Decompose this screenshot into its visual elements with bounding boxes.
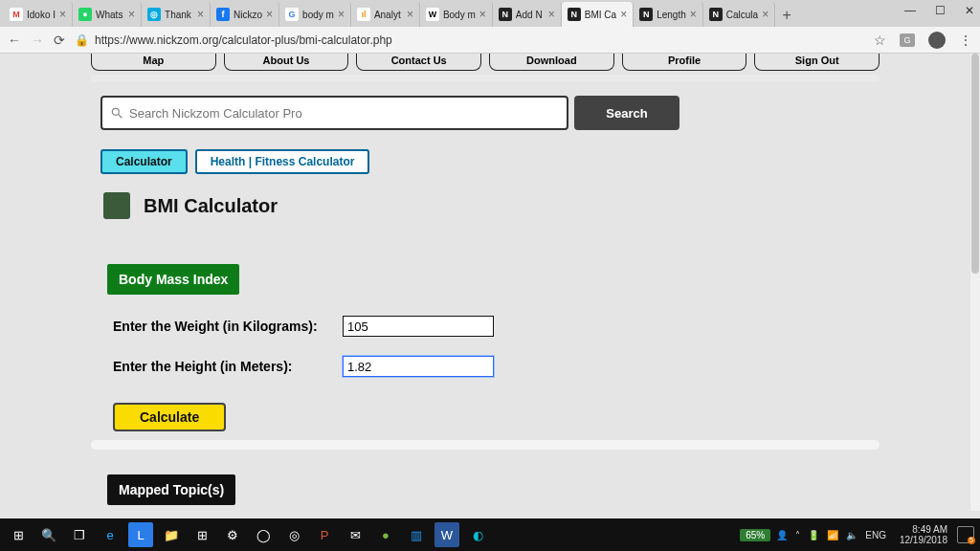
height-input[interactable] [343,356,494,377]
battery-indicator[interactable]: 65% [740,529,770,541]
extension-icon[interactable]: G [900,33,915,47]
browser-menu-button[interactable]: ⋮ [959,33,972,48]
divider-bar [91,75,880,82]
lock-icon: 🔒 [75,33,89,47]
profile-avatar[interactable] [928,32,946,49]
calculate-button[interactable]: Calculate [113,403,226,431]
browser-tab[interactable]: Gbody m× [279,2,351,27]
system-tray[interactable]: 👤 ˄ 🔋 📶 🔈 ENG [776,530,886,540]
bookmark-star-icon[interactable]: ☆ [874,33,886,48]
notification-badge: 5 [968,537,975,544]
tab-close-icon[interactable]: × [128,8,135,21]
tab-close-icon[interactable]: × [59,8,66,21]
nav-download[interactable]: Download [489,54,614,71]
address-bar[interactable]: 🔒 https://www.nickzom.org/calculator-plu… [75,33,864,47]
task-view-icon[interactable]: ❐ [67,522,92,547]
height-label: Enter the Height (in Meters): [113,359,343,374]
tab-close-icon[interactable]: × [266,8,273,21]
settings-icon[interactable]: ⚙ [220,522,245,547]
people-icon[interactable]: 👤 [776,530,788,540]
reload-button[interactable]: ⟳ [54,33,65,48]
obs-icon[interactable]: ◎ [281,522,306,547]
tab-close-icon[interactable]: × [548,8,555,21]
back-button[interactable]: ← [8,33,21,48]
browser-tab[interactable]: MIdoko I× [4,2,73,27]
taskbar-clock[interactable]: 8:49 AM 12/19/2018 [900,524,947,545]
edge-icon[interactable]: e [98,522,122,547]
scrollbar-thumb[interactable] [971,54,979,274]
site-search-input[interactable] [129,106,559,121]
battery-icon[interactable]: 🔋 [808,530,819,540]
nav-map[interactable]: Map [91,54,216,71]
browser-tab[interactable]: ●Whats× [73,2,142,27]
tab-title: body m [302,10,334,20]
browser-tab[interactable]: NLength× [634,2,703,27]
window-close-button[interactable]: ✕ [965,4,974,17]
divider-bar [91,440,880,450]
powerpoint-icon[interactable]: P [312,522,337,547]
google-icon: G [285,8,299,21]
browser-tab[interactable]: NCalcula× [703,2,775,27]
chrome-icon[interactable]: ◯ [251,522,276,547]
weight-input[interactable] [343,316,494,337]
whatsapp-icon: ● [78,8,92,21]
disqus-icon: ◎ [147,8,161,21]
browser-toolbar: ← → ⟳ 🔒 https://www.nickzom.org/calculat… [0,27,980,54]
window-maximize-button[interactable]: ☐ [935,4,946,17]
file-explorer-icon[interactable]: 📁 [159,522,184,547]
tab-close-icon[interactable]: × [762,8,768,21]
tab-title: Body m [443,10,476,20]
action-center-icon[interactable]: 5 [957,526,974,543]
browser-tab[interactable]: fNickzo× [211,2,279,27]
clock-time: 8:49 AM [900,524,947,535]
vertical-scrollbar[interactable] [970,54,980,511]
browser-tab[interactable]: ılAnalyt× [351,2,420,27]
new-tab-button[interactable]: + [775,4,798,27]
chip-health-fitness[interactable]: Health | Fitness Calculator [195,149,370,174]
mail-icon[interactable]: ✉ [343,522,368,547]
calculator-icon [103,192,130,219]
app-icon[interactable]: ◐ [465,522,490,547]
window-minimize-button[interactable]: — [904,4,916,17]
clock-date: 12/19/2018 [900,535,947,545]
svg-point-0 [112,108,119,115]
browser-tab[interactable]: NAdd N× [493,2,562,27]
search-taskbar-icon[interactable]: 🔍 [36,522,61,547]
tab-close-icon[interactable]: × [620,8,627,21]
tab-close-icon[interactable]: × [338,8,345,21]
nav-about[interactable]: About Us [224,54,349,71]
browser-tab-active[interactable]: NBMI Ca× [562,2,634,27]
volume-icon[interactable]: 🔈 [846,530,858,540]
window-controls: — ☐ ✕ [904,4,974,17]
browser-tab[interactable]: ◎Thank× [142,2,211,27]
wifi-icon[interactable]: 📶 [827,530,838,540]
chip-calculator[interactable]: Calculator [100,149,188,174]
app-icon[interactable]: ● [373,522,398,547]
start-button[interactable]: ⊞ [6,522,31,547]
tab-close-icon[interactable]: × [197,8,204,21]
forward-button[interactable]: → [31,33,44,48]
tab-close-icon[interactable]: × [407,8,413,21]
app-icon[interactable]: ▥ [404,522,429,547]
word-icon[interactable]: W [434,522,459,547]
nav-contact[interactable]: Contact Us [356,54,481,71]
language-indicator[interactable]: ENG [865,530,886,540]
nav-profile[interactable]: Profile [622,54,747,71]
weight-label: Enter the Weight (in Kilograms): [113,319,343,334]
nickzom-icon: N [568,8,581,21]
browser-tab[interactable]: WBody m× [420,2,493,27]
bmi-heading-badge: Body Mass Index [107,264,239,295]
tab-title: Whats [96,10,124,20]
site-search-button[interactable]: Search [574,96,679,130]
nav-signout[interactable]: Sign Out [754,54,880,71]
tray-chevron-icon[interactable]: ˄ [795,530,800,540]
tab-close-icon[interactable]: × [479,8,486,21]
site-top-nav: Map About Us Contact Us Download Profile… [91,54,880,71]
tab-close-icon[interactable]: × [690,8,697,21]
wikipedia-icon: W [426,8,439,21]
site-search-box[interactable] [100,96,568,130]
app-icon[interactable]: L [128,522,153,547]
calculator-app-icon[interactable]: ⊞ [189,522,214,547]
tab-title: BMI Ca [585,10,616,20]
nickzom-icon: N [499,8,512,21]
